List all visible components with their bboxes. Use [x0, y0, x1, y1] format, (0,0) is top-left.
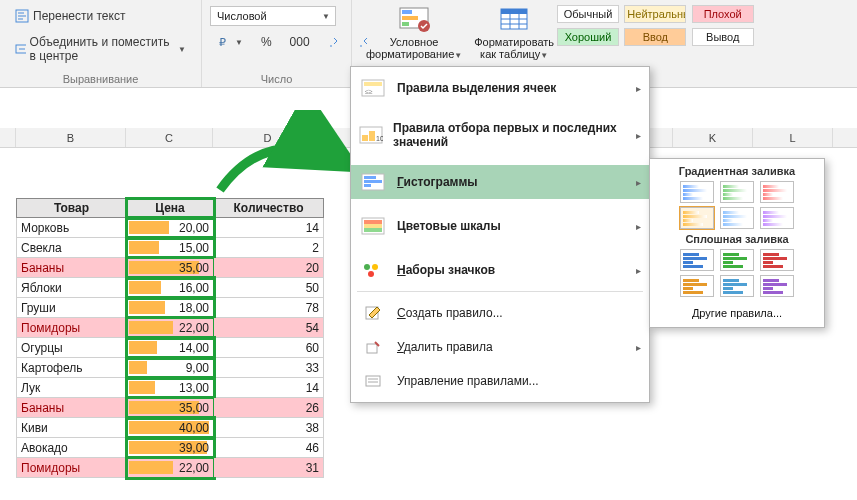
style-neutral[interactable]: Нейтральный [624, 5, 686, 23]
col-header-B[interactable]: B [16, 128, 126, 147]
databar-swatch[interactable] [720, 275, 754, 297]
chevron-down-icon: ▼ [235, 38, 243, 47]
cell-qty[interactable]: 54 [214, 318, 324, 338]
cell-qty[interactable]: 46 [214, 438, 324, 458]
svg-rect-4 [402, 10, 412, 14]
menu-clear-rules-label: Удалить правила [397, 340, 493, 354]
cell-qty-text: 31 [214, 459, 323, 477]
cell-product[interactable]: Яблоки [17, 278, 127, 298]
cell-qty[interactable]: 20 [214, 258, 324, 278]
cell-price[interactable]: 15,00 [127, 238, 214, 258]
menu-icon-sets[interactable]: Наборы значков [351, 253, 649, 287]
data-table: Товар Цена Количество Морковь20,0014Свек… [16, 198, 324, 478]
col-header-K[interactable]: K [673, 128, 753, 147]
cell-product[interactable]: Морковь [17, 218, 127, 238]
style-output[interactable]: Вывод [692, 28, 754, 46]
menu-data-bars[interactable]: Гистограммы [351, 165, 649, 199]
cell-product[interactable]: Лук [17, 378, 127, 398]
menu-highlight-rules-label: Правила выделения ячеек [397, 81, 556, 95]
wrap-text-button[interactable]: Перенести текст [8, 6, 132, 26]
databar-swatch[interactable] [680, 275, 714, 297]
format-as-table-button[interactable]: Форматироватькак таблицу▼ [468, 4, 560, 62]
databar-swatch[interactable] [760, 249, 794, 271]
cell-price[interactable]: 18,00 [127, 298, 214, 318]
databar-swatch[interactable] [760, 181, 794, 203]
cell-qty[interactable]: 33 [214, 358, 324, 378]
cell-qty[interactable]: 26 [214, 398, 324, 418]
col-header-L[interactable]: L [753, 128, 833, 147]
menu-highlight-rules[interactable]: ≤≥ Правила выделения ячеек [351, 71, 649, 105]
cell-price[interactable]: 40,00 [127, 418, 214, 438]
top-bottom-icon: 10 [359, 124, 383, 146]
percent-button[interactable]: % [254, 32, 279, 52]
databar-swatch[interactable] [720, 207, 754, 229]
cell-product[interactable]: Свекла [17, 238, 127, 258]
svg-rect-18 [364, 176, 376, 179]
currency-button[interactable]: ₽▼ [210, 32, 250, 52]
cell-product[interactable]: Картофель [17, 358, 127, 378]
menu-color-scales[interactable]: Цветовые шкалы [351, 209, 649, 243]
menu-manage-rules[interactable]: Управление правилами... [351, 364, 649, 398]
merge-center-button[interactable]: Объединить и поместить в центре ▼ [8, 32, 193, 66]
databar-swatch[interactable] [720, 249, 754, 271]
style-normal[interactable]: Обычный [557, 5, 619, 23]
style-bad[interactable]: Плохой [692, 5, 754, 23]
table-row: Яблоки16,0050 [17, 278, 324, 298]
highlight-rules-icon: ≤≥ [359, 77, 387, 99]
cell-styles-gallery[interactable]: Обычный Нейтральный Плохой Хороший Ввод … [556, 4, 755, 50]
databar-swatch[interactable] [680, 249, 714, 271]
cell-price[interactable]: 35,00 [127, 258, 214, 278]
cell-price[interactable]: 35,00 [127, 398, 214, 418]
style-good[interactable]: Хороший [557, 28, 619, 46]
menu-clear-rules[interactable]: Удалить правила [351, 330, 649, 364]
cell-product[interactable]: Бананы [17, 398, 127, 418]
menu-new-rule[interactable]: Создать правило... [351, 296, 649, 330]
number-format-combo[interactable]: Числовой ▼ [210, 6, 336, 26]
cell-product[interactable]: Огурцы [17, 338, 127, 358]
menu-top-bottom[interactable]: 10 Правила отбора первых и последних зна… [351, 115, 649, 155]
cell-product[interactable]: Помидоры [17, 458, 127, 478]
cell-qty[interactable]: 14 [214, 218, 324, 238]
table-row: Свекла15,002 [17, 238, 324, 258]
databar-swatch[interactable] [760, 207, 794, 229]
cell-price[interactable]: 9,00 [127, 358, 214, 378]
col-header-D[interactable]: D [213, 128, 323, 147]
cell-price[interactable]: 20,00 [127, 218, 214, 238]
cell-product[interactable]: Груши [17, 298, 127, 318]
cell-price[interactable]: 13,00 [127, 378, 214, 398]
increase-decimal-button[interactable] [321, 32, 347, 52]
svg-rect-5 [402, 16, 418, 20]
cell-price[interactable]: 22,00 [127, 458, 214, 478]
style-input[interactable]: Ввод [624, 28, 686, 46]
new-rule-icon [359, 302, 387, 324]
databar-swatch[interactable] [680, 181, 714, 203]
cell-price-text: 16,00 [127, 279, 213, 297]
svg-text:₽: ₽ [219, 36, 226, 48]
cell-price-text: 15,00 [127, 239, 213, 257]
cell-qty[interactable]: 78 [214, 298, 324, 318]
comma-button[interactable]: 000 [283, 32, 317, 52]
cell-product[interactable]: Авокадо [17, 438, 127, 458]
cell-qty[interactable]: 38 [214, 418, 324, 438]
databar-swatch[interactable] [720, 181, 754, 203]
col-header-C[interactable]: C [126, 128, 213, 147]
databar-swatch[interactable] [680, 207, 714, 229]
conditional-formatting-button[interactable]: Условноеформатирование▼ [360, 4, 468, 62]
cell-qty[interactable]: 60 [214, 338, 324, 358]
cell-qty[interactable]: 31 [214, 458, 324, 478]
cell-qty[interactable]: 14 [214, 378, 324, 398]
cell-price[interactable]: 22,00 [127, 318, 214, 338]
submenu-more-rules[interactable]: Другие правила... [656, 301, 818, 321]
cell-product[interactable]: Помидоры [17, 318, 127, 338]
cell-product[interactable]: Бананы [17, 258, 127, 278]
menu-color-scales-label: Цветовые шкалы [397, 219, 501, 233]
cell-qty-text: 14 [214, 219, 323, 237]
cell-qty[interactable]: 50 [214, 278, 324, 298]
cell-qty-text: 20 [214, 259, 323, 277]
cell-price[interactable]: 16,00 [127, 278, 214, 298]
cell-price[interactable]: 14,00 [127, 338, 214, 358]
databar-swatch[interactable] [760, 275, 794, 297]
cell-product[interactable]: Киви [17, 418, 127, 438]
cell-price[interactable]: 39,00 [127, 438, 214, 458]
cell-qty[interactable]: 2 [214, 238, 324, 258]
